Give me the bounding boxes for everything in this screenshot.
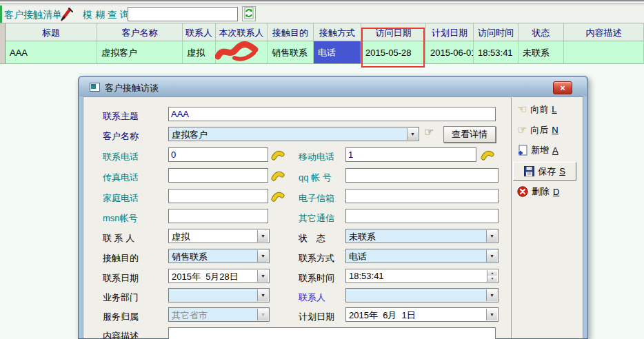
dialog-titlebar[interactable]: 客户接触访谈 × [79, 77, 587, 96]
col-header-plan-date[interactable]: 计划日期 [426, 23, 474, 41]
fuzzy-query-label: 模 糊 查 询 [83, 9, 130, 21]
purpose-label: 接触目的 [103, 252, 139, 265]
cell-visit-time[interactable]: 18:53:41 [474, 41, 519, 64]
dialog-window-icon [90, 83, 100, 92]
customer-select[interactable]: 虚拟客户 ▼ [168, 127, 419, 141]
cell-purpose[interactable]: 销售联系 [268, 41, 314, 64]
contact-time-label: 联系时间 [299, 272, 334, 285]
cell-method-selected[interactable]: 电话 [314, 41, 361, 64]
chevron-down-icon[interactable]: ▼ [407, 128, 418, 140]
window-top-border [0, 0, 644, 6]
chevron-down-icon[interactable]: ▼ [257, 230, 268, 242]
other-im-input[interactable] [345, 209, 499, 223]
cell-customer[interactable]: 虚拟客户 [97, 41, 183, 64]
close-button[interactable]: × [553, 81, 572, 94]
col-header-customer[interactable]: 客户名称 [97, 23, 183, 41]
home-phone-label: 家庭电话 [103, 192, 139, 205]
red-pen-icon [59, 6, 74, 21]
phone-icon[interactable] [271, 168, 285, 182]
subject-label: 联系主题 [103, 110, 139, 123]
email-label: 电子信箱 [299, 192, 334, 205]
cell-title[interactable]: AAA [6, 41, 97, 64]
cell-description[interactable] [564, 41, 644, 64]
cell-contact[interactable]: 虚拟 [183, 41, 216, 64]
phone-icon[interactable] [271, 189, 285, 203]
col-header-current-contact[interactable]: 本次联系人 [216, 23, 268, 41]
description-label: 内容描述 [103, 330, 139, 339]
plan-date-picker[interactable]: 2015年 6月 1日 ▼ [345, 307, 499, 322]
row-indicator-column [0, 23, 6, 64]
phone-icon[interactable] [271, 147, 285, 161]
chevron-down-icon[interactable]: ▼ [257, 270, 268, 282]
service-region-label: 服务归属 [103, 311, 139, 323]
cell-plan-date[interactable]: 2015-06-01 [426, 41, 474, 64]
spin-down-icon[interactable]: ▼ [487, 276, 497, 282]
chevron-down-icon[interactable]: ▼ [257, 289, 268, 301]
plan-date-label: 计划日期 [299, 311, 334, 323]
next-button[interactable]: ☞ 向后N [517, 123, 559, 136]
method-label: 联系方式 [299, 252, 334, 265]
page-title: 客户接触清单 [4, 9, 62, 21]
qq-label: qq 帐 号 [299, 172, 332, 184]
col-header-visit-time[interactable]: 访问时间 [474, 23, 519, 41]
phone-input[interactable] [168, 147, 268, 162]
chevron-down-icon[interactable]: ▼ [486, 289, 497, 301]
col-header-contact[interactable]: 联系人 [183, 23, 216, 41]
fax-input[interactable] [168, 168, 268, 183]
contact-person2-select[interactable]: ▼ [345, 288, 499, 302]
home-phone-input[interactable] [168, 189, 268, 203]
save-button[interactable]: 保存S [513, 162, 576, 181]
delete-button[interactable]: 删除D [517, 185, 559, 198]
qq-input[interactable] [345, 168, 499, 183]
subject-input[interactable] [168, 107, 496, 121]
red-scribble-annotation [215, 41, 259, 63]
fax-label: 传真电话 [103, 172, 139, 184]
floppy-disk-icon [524, 166, 534, 176]
customer-label: 客户名称 [103, 130, 139, 143]
previous-button[interactable]: ☜ 向前L [517, 103, 557, 116]
service-region-select-disabled: 其它省市 ▼ [168, 307, 270, 322]
email-input[interactable] [345, 189, 499, 203]
chevron-down-icon[interactable]: ▼ [486, 309, 497, 320]
view-details-button[interactable]: 查看详情 [443, 126, 496, 143]
cell-status[interactable]: 未联系 [519, 41, 564, 64]
chevron-down-icon[interactable]: ▼ [486, 250, 497, 262]
add-button[interactable]: 新增A [517, 144, 559, 156]
app-window: 客户接触清单 模 糊 查 询 标题 客户名称 联系人 本次联系人 接触目的 接触… [0, 0, 644, 339]
col-header-purpose[interactable]: 接触目的 [268, 23, 314, 41]
contact-interview-dialog: 客户接触访谈 × 联系主题 客户名称 虚拟客户 ▼ ☞ 查看详情 联系电话 移动… [78, 76, 588, 339]
col-header-status[interactable]: 状态 [519, 23, 564, 41]
view-pointer-icon[interactable]: ☞ [424, 125, 434, 138]
msn-input[interactable] [168, 209, 268, 223]
new-document-icon [517, 145, 527, 156]
mobile-input[interactable] [345, 147, 476, 162]
contact-time-spinner[interactable]: 18:53:41 ▲ ▼ [345, 269, 499, 283]
status-label: 状 态 [299, 232, 325, 245]
purpose-select[interactable]: 销售联系 ▼ [168, 249, 270, 263]
other-im-label: 其它通信 [299, 212, 334, 225]
status-select[interactable]: 未联系 ▼ [345, 229, 499, 243]
chevron-down-icon: ▼ [257, 309, 268, 320]
chevron-down-icon[interactable]: ▼ [486, 230, 497, 242]
search-input[interactable] [128, 7, 238, 21]
department-select[interactable]: ▼ [168, 288, 270, 302]
method-select[interactable]: 电话 ▼ [345, 249, 499, 263]
refresh-icon [243, 7, 254, 19]
contact-person-select[interactable]: 虚拟 ▼ [168, 229, 270, 243]
panel-separator [511, 96, 512, 338]
phone-icon[interactable] [481, 147, 494, 161]
col-header-method[interactable]: 接触方式 [314, 23, 361, 41]
contact-person-label: 联 系 人 [103, 232, 134, 245]
description-input[interactable] [168, 327, 496, 339]
chevron-down-icon[interactable]: ▼ [257, 250, 268, 262]
col-header-description[interactable]: 内容描述 [564, 23, 644, 41]
hand-right-icon: ☞ [517, 123, 527, 136]
contact-date-picker[interactable]: 2015年 5月28日 ▼ [168, 269, 270, 283]
refresh-button[interactable] [242, 6, 256, 21]
delete-icon [517, 186, 528, 197]
contact-date-label: 联系日期 [103, 272, 139, 285]
mobile-label: 移动电话 [299, 151, 334, 163]
dialog-title: 客户接触访谈 [105, 82, 159, 94]
col-header-title[interactable]: 标题 [6, 23, 97, 41]
phone-label: 联系电话 [103, 151, 139, 163]
